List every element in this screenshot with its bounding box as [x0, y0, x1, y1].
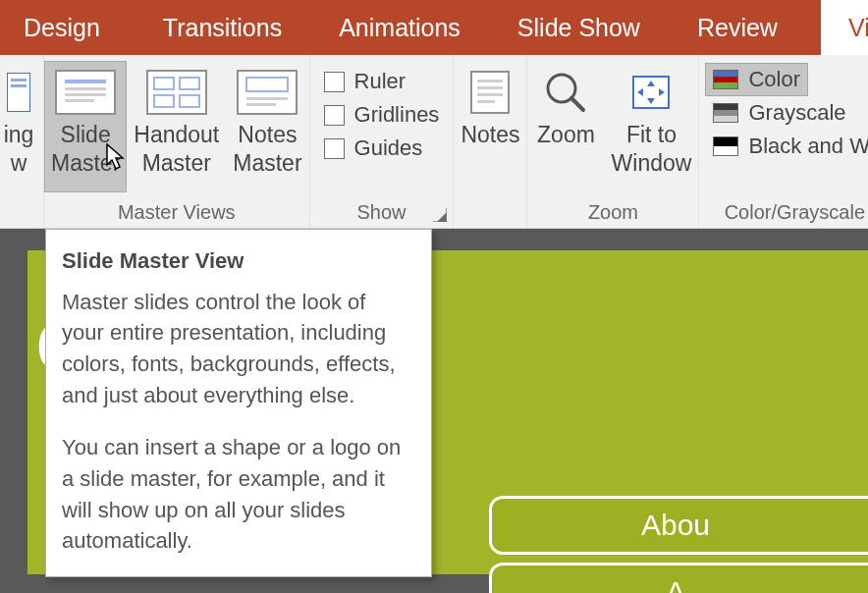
checkbox-icon: [324, 138, 345, 159]
slide-master-icon: [55, 66, 116, 119]
slide-master-label: Slide Master: [51, 121, 120, 178]
notes-label: Notes: [461, 121, 519, 149]
svg-rect-1: [11, 79, 27, 81]
checkbox-icon: [324, 72, 345, 92]
handout-master-label: Handout Master: [134, 121, 219, 178]
notes-master-label: Notes Master: [233, 121, 301, 178]
tab-slideshow[interactable]: Slide Show: [484, 0, 664, 55]
group-label-show: Show: [310, 197, 454, 228]
show-dialog-launcher[interactable]: [433, 208, 447, 222]
svg-rect-7: [65, 99, 94, 102]
color-label: Color: [748, 67, 800, 92]
reading-view-label: ing w: [4, 121, 34, 178]
group-label-zoom: Zoom: [527, 197, 698, 228]
svg-rect-18: [477, 80, 503, 82]
tooltip-paragraph-2: You can insert a shape or a logo on a sl…: [62, 432, 413, 557]
fit-to-window-icon: [627, 66, 675, 119]
guides-label: Guides: [354, 135, 423, 161]
color-swatch-icon: [713, 70, 738, 89]
fit-to-window-label: Fit to Window: [612, 121, 692, 178]
tab-view[interactable]: View: [821, 0, 868, 55]
notes-master-icon: [237, 66, 298, 119]
bw-swatch-icon: [713, 136, 738, 156]
svg-rect-17: [471, 72, 509, 113]
color-mode-grayscale[interactable]: Grayscale: [705, 96, 853, 130]
show-label-text: Show: [356, 201, 406, 223]
svg-line-23: [571, 98, 583, 110]
ruler-checkbox[interactable]: Ruler: [318, 65, 412, 98]
gridlines-label: Gridlines: [354, 102, 440, 128]
svg-rect-4: [65, 80, 106, 83]
svg-rect-2: [11, 84, 27, 87]
svg-rect-21: [477, 100, 495, 103]
notes-master-button[interactable]: Notes Master: [226, 61, 308, 192]
slide-button-2-label: A: [666, 575, 685, 593]
svg-rect-3: [56, 71, 115, 114]
guides-checkbox[interactable]: Guides: [318, 132, 429, 165]
zoom-icon: [542, 66, 589, 119]
group-zoom: Zoom Fit to Window Zoom: [527, 55, 699, 228]
notes-icon: [468, 66, 512, 119]
notes-button[interactable]: Notes: [454, 61, 526, 192]
reading-view-button[interactable]: ing w: [0, 61, 43, 192]
group-master-views: Slide Master Handout Master: [44, 55, 310, 228]
group-color-grayscale: Color Grayscale Black and Wh Color/Grays…: [699, 55, 868, 228]
group-label-prev: [0, 197, 43, 228]
group-label-master-views: Master Views: [44, 197, 309, 228]
tooltip-title: Slide Master View: [62, 245, 413, 277]
slide-button-1[interactable]: Abou: [489, 496, 868, 555]
color-mode-bw[interactable]: Black and Wh: [705, 130, 868, 163]
fit-to-window-button[interactable]: Fit to Window: [604, 61, 698, 192]
checkbox-icon: [324, 105, 345, 126]
ruler-label: Ruler: [354, 69, 407, 94]
group-label-color-grayscale: Color/Grayscale: [699, 197, 868, 228]
grayscale-label: Grayscale: [748, 100, 845, 126]
svg-rect-19: [477, 86, 503, 89]
zoom-label: Zoom: [537, 121, 595, 149]
tab-animations[interactable]: Animations: [305, 0, 484, 55]
handout-master-button[interactable]: Handout Master: [127, 61, 226, 192]
tooltip-paragraph-1: Master slides control the look of your e…: [62, 287, 413, 411]
svg-rect-6: [65, 93, 106, 96]
bw-label: Black and Wh: [748, 134, 868, 159]
ribbon-tabs: Design Transitions Animations Slide Show…: [0, 0, 868, 55]
svg-rect-15: [246, 97, 288, 100]
slide-button-1-label: Abou: [641, 509, 710, 541]
tab-transitions[interactable]: Transitions: [124, 0, 305, 55]
color-mode-color[interactable]: Color: [705, 63, 808, 96]
grayscale-swatch-icon: [713, 103, 738, 123]
svg-rect-20: [477, 93, 503, 96]
handout-master-icon: [146, 66, 207, 119]
reading-view-icon: [7, 66, 30, 119]
tab-review[interactable]: Review: [664, 0, 801, 55]
group-label-notes: [454, 197, 526, 228]
gridlines-checkbox[interactable]: Gridlines: [318, 98, 446, 132]
slide-button-2[interactable]: A: [489, 563, 868, 593]
slide-master-button[interactable]: Slide Master: [44, 61, 127, 192]
tab-design[interactable]: Design: [0, 0, 124, 55]
svg-rect-16: [246, 103, 276, 106]
group-show: Ruler Gridlines Guides Show: [310, 55, 455, 228]
svg-rect-5: [65, 87, 106, 90]
zoom-button[interactable]: Zoom: [527, 61, 604, 192]
tooltip-slide-master: Slide Master View Master slides control …: [45, 229, 432, 577]
ribbon: ing w Slide Master: [0, 55, 868, 229]
